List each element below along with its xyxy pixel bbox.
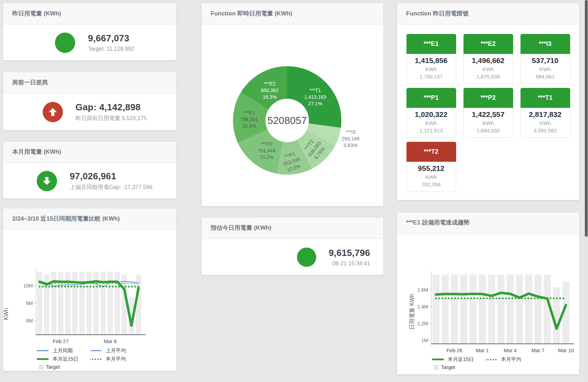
legend-swatch-dotted-thick: [485, 359, 497, 360]
stat-timestamp: 06-21 15:34:41: [329, 261, 370, 267]
compare-chart-card: 2/24~3/10 近15日同期用電量比較 (KWh) KWh 6M8M10MF…: [3, 208, 177, 371]
svg-text:1M: 1M: [421, 338, 428, 343]
status-circle: [43, 102, 63, 122]
donut-center: 5208057: [265, 99, 309, 142]
tile-unit: KWh: [521, 120, 570, 126]
svg-text:Feb 27: Feb 27: [53, 339, 69, 344]
tile-prev-value: 762,358: [407, 181, 456, 187]
card-title: 昨日用電量 (KWh): [3, 3, 176, 25]
legend-label: Target: [46, 364, 60, 370]
legend-swatch-thick-line: [432, 359, 444, 360]
trend-chart: 1M1.2M1.4M1.6MFeb 26Mar 1Mar 4Mar 7Mar 1…: [397, 234, 579, 356]
tile-header: ***E2: [463, 34, 513, 54]
legend-item[interactable]: Target: [37, 364, 90, 370]
legend-label: 本月平均: [106, 356, 126, 362]
stat-subtitle: Target: 11,128,992: [88, 46, 134, 52]
svg-text:1.2M: 1.2M: [417, 321, 428, 326]
tile-p2: ***P2 1,422,557 KWh 1,684,092: [463, 88, 513, 138]
stat-value: Gap: 4,142,898: [76, 102, 147, 113]
compare-chart-legend: 上月同期 上月平均 本月近15日 本月平均: [37, 347, 143, 371]
arrow-up-icon: [47, 106, 59, 118]
tile-value: 1,496,662: [464, 56, 513, 65]
scrollbar[interactable]: [585, 0, 588, 382]
e1-trend-card: ***E1 設備用電達成趨勢 日用電量 KWh 1M1.2M1.4M1.6MFe…: [397, 212, 580, 375]
card-title: ***E1 設備用電達成趨勢: [397, 212, 579, 234]
legend-label: Target: [441, 364, 455, 370]
legend-label: 上月平均: [106, 347, 126, 354]
tile-t2: ***T2 955,212 KWh 762,358: [406, 142, 456, 192]
tile-value: 537,710: [521, 56, 570, 65]
legend-item[interactable]: 本月近15日: [37, 356, 90, 362]
tile-unit: KWh: [521, 66, 570, 72]
tile-e2: ***E2 1,496,662 KWh 1,675,939: [463, 34, 513, 84]
legend-item[interactable]: 本月平均: [90, 356, 143, 362]
status-lights-card: Function 昨日用電燈號 ***E1 1,415,856 KWh 1,70…: [397, 3, 580, 200]
legend-swatch-dotted-thick: [90, 359, 102, 360]
stat-value: 9,667,073: [88, 33, 134, 44]
svg-text:8M: 8M: [26, 300, 33, 306]
tile-unit: KWh: [464, 120, 513, 126]
legend-item[interactable]: 上月平均: [90, 347, 143, 354]
tile-unit: KWh: [464, 66, 513, 72]
tile-value: 1,415,856: [407, 56, 456, 65]
legend-swatch-line: [37, 350, 49, 351]
legend-label: 本月近15日: [52, 356, 78, 362]
tile-header: ***E1: [406, 34, 456, 54]
card-title: Function 昨日用電燈號: [397, 3, 579, 25]
tile-prev-value: 1,684,092: [464, 127, 513, 133]
tile-header: ***P2: [463, 88, 513, 108]
status-circle: [37, 171, 57, 191]
compare-chart: 6M8M10MFeb 27Mar 6: [3, 230, 176, 347]
card-title: 本月用電量 (KWh): [3, 141, 176, 163]
donut-label-i3: ***I3293,1495.63%: [342, 129, 360, 149]
tile-value: 1,020,322: [407, 110, 456, 119]
tile-p1: ***P1 1,020,322 KWh 1,121,613: [406, 88, 456, 138]
svg-text:1.4M: 1.4M: [417, 304, 428, 310]
legend-swatch-thick-line: [37, 358, 49, 360]
tile-prev-value: 1,121,613: [407, 127, 456, 133]
realtime-donut-card: Function 即時日用電量 (KWh) 5208057 ***T11,413…: [201, 3, 384, 207]
legend-item[interactable]: 本月近15日: [432, 356, 485, 363]
legend-item[interactable]: 上月同期: [37, 347, 90, 354]
svg-text:Feb 26: Feb 26: [447, 348, 462, 353]
legend-item[interactable]: Target: [432, 364, 485, 370]
card-title: 預估今日用電量 (KWh): [201, 217, 383, 239]
status-circle: [55, 33, 75, 53]
legend-swatch-box: [38, 364, 44, 370]
svg-text:Mar 7: Mar 7: [532, 348, 545, 353]
tile-e1: ***E1 1,415,856 KWh 1,700,157: [406, 34, 456, 84]
tile-value: 1,422,557: [464, 110, 513, 119]
legend-swatch-dotted: [90, 350, 102, 351]
stat-value: 9,615,796: [329, 248, 370, 258]
donut-label-t1: ***T11,413,18327.1%: [304, 87, 326, 107]
svg-text:6M: 6M: [26, 318, 33, 324]
tile-header: ***T1: [520, 88, 570, 108]
tile-header: ***I3: [520, 34, 570, 54]
donut-center-total: 5208057: [268, 115, 307, 126]
tile-value: 955,212: [407, 164, 456, 173]
svg-text:Mar 4: Mar 4: [504, 348, 517, 353]
tile-unit: KWh: [407, 120, 456, 126]
card-title: 與前一日差異: [3, 72, 176, 93]
svg-text:Mar 1: Mar 1: [476, 348, 489, 353]
tile-header: ***P1: [406, 88, 456, 108]
tile-unit: KWh: [407, 174, 456, 180]
estimate-today-card: 預估今日用電量 (KWh) 9,615,796 06-21 15:34:41: [201, 217, 384, 275]
svg-text:Mar 10: Mar 10: [558, 348, 574, 353]
tile-prev-value: 3,591,562: [521, 127, 570, 133]
legend-swatch-box: [434, 365, 439, 370]
stat-value: 97,026,961: [70, 171, 153, 182]
tile-value: 2,817,832: [521, 110, 570, 119]
power-dashboard: 昨日用電量 (KWh) 9,667,073 Target: 11,128,992…: [0, 0, 588, 382]
trend-chart-legend: 本月近15日 本月平均 Target: [432, 356, 538, 372]
donut-label-e2: ***E2850,36216.3%: [261, 81, 279, 100]
tile-prev-value: 1,675,939: [464, 74, 513, 79]
donut-label-e1: ***E1798,24115.3%: [240, 110, 258, 130]
legend-label: 上月同期: [52, 347, 73, 354]
arrow-down-icon: [41, 175, 53, 187]
legend-label: 本月平均: [501, 356, 521, 363]
legend-item[interactable]: 本月平均: [485, 356, 538, 363]
scrollbar-thumb[interactable]: [585, 0, 588, 237]
day-gap-card: 與前一日差異 Gap: 4,142,898 昨日與前日用電量 5,524,175: [3, 72, 177, 131]
tile-prev-value: 1,700,157: [407, 74, 456, 79]
